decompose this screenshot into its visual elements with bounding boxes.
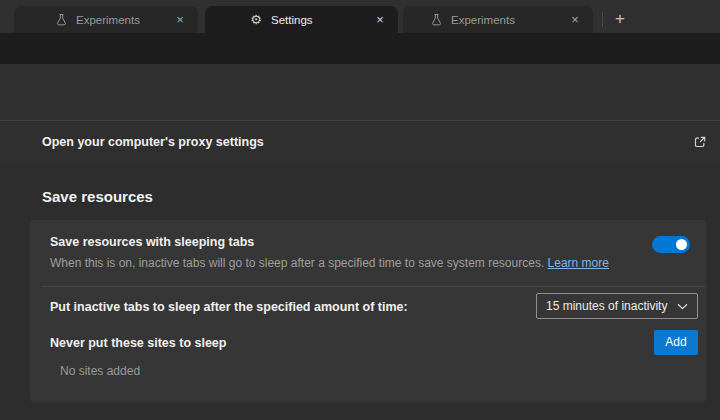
flask-icon [429,13,443,27]
add-site-button[interactable]: Add [654,330,698,355]
section-heading: Save resources [42,188,153,205]
sleeping-tabs-description: When this is on, inactive tabs will go t… [50,256,650,270]
never-sleep-label: Never put these sites to sleep [50,336,226,350]
tab-close-icon[interactable]: × [172,12,188,28]
save-resources-card: Save resources with sleeping tabs When t… [30,220,706,402]
sleep-timeout-select[interactable]: 15 minutes of inactivity [536,293,698,319]
navigation-bar: Edge | edge://settings/system ☆ [0,33,720,64]
tab-label: Settings [271,14,372,26]
tab-close-icon[interactable]: × [567,12,583,28]
sleeping-tabs-toggle[interactable] [652,236,690,253]
new-tab-button[interactable]: + [608,8,632,32]
sleeping-tabs-label: Save resources with sleeping tabs [50,235,254,249]
chevron-down-icon [677,303,688,310]
settings-header: Settings [0,64,720,121]
tab-experiments-1[interactable]: Experiments × [14,6,198,33]
settings-content: Open your computer's proxy settings Save… [0,122,720,420]
card-divider [42,286,706,287]
tab-settings[interactable]: ⚙ Settings × [205,6,398,33]
proxy-settings-label: Open your computer's proxy settings [42,135,264,149]
tab-experiments-2[interactable]: Experiments × [403,6,593,33]
tab-strip: Experiments × ⚙ Settings × Experiments ×… [0,0,720,33]
tab-label: Experiments [451,14,567,26]
proxy-settings-row[interactable]: Open your computer's proxy settings [0,122,720,162]
tab-close-icon[interactable]: × [372,12,388,28]
flask-icon [54,13,68,27]
learn-more-link[interactable]: Learn more [548,256,609,270]
sleep-timeout-label: Put inactive tabs to sleep after the spe… [50,300,408,314]
no-sites-text: No sites added [60,364,140,378]
external-link-icon [692,134,708,150]
tab-label: Experiments [76,14,172,26]
gear-icon: ⚙ [249,13,263,27]
tab-strip-divider [602,12,603,27]
